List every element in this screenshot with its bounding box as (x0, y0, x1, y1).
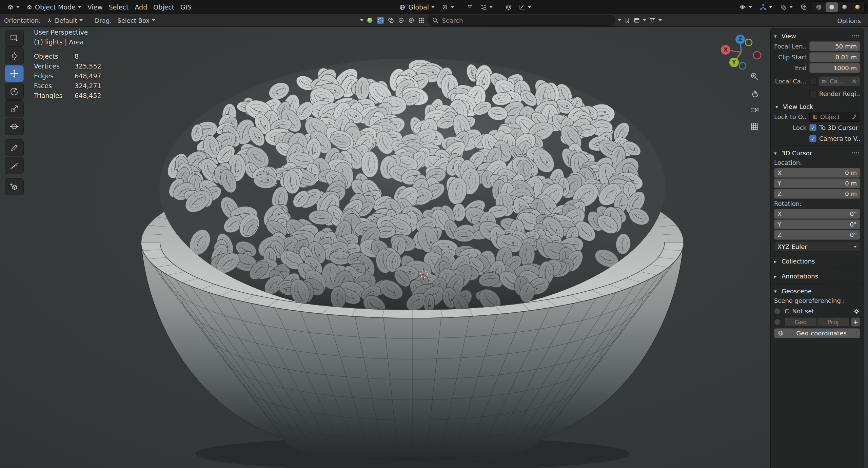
tool-move[interactable] (5, 65, 24, 82)
axis-value: 0° (850, 221, 857, 228)
tool-transform[interactable] (5, 118, 24, 135)
search-icon (432, 17, 439, 24)
menu-object[interactable]: Object (150, 2, 177, 13)
orientation-setting-dropdown[interactable]: Default (43, 15, 86, 26)
panel-drag-grip[interactable] (851, 152, 860, 155)
cursor-rotation-z-field[interactable]: Z 0° (774, 230, 860, 240)
cursor-rotation-y-field[interactable]: Y 0° (774, 219, 860, 229)
lock-to-object-field[interactable]: Object (809, 112, 860, 122)
search-input[interactable] (441, 17, 611, 24)
pan-hand-icon[interactable] (750, 89, 759, 98)
select-mode-extend-icon[interactable] (387, 17, 395, 24)
gear-icon[interactable] (853, 308, 860, 315)
mode-selector[interactable]: Object Mode (23, 2, 84, 13)
focal-length-field[interactable]: 50 mm (809, 41, 860, 51)
clip-end-field[interactable]: 1000 m (809, 63, 860, 73)
shading-wireframe-button[interactable] (813, 2, 825, 12)
proj-button[interactable]: Proj (817, 317, 849, 327)
view-perspective-label: User Perspective (34, 28, 101, 36)
render-region-checkbox[interactable] (809, 90, 816, 97)
shading-material-button[interactable] (839, 2, 851, 12)
expand-chevron-icon[interactable] (360, 19, 363, 21)
proj-radio[interactable] (774, 319, 781, 325)
falloff-sphere-icon[interactable] (366, 17, 374, 24)
section-collections-title: Collections (782, 258, 815, 265)
shading-solid-button[interactable] (826, 2, 838, 12)
tool-measure[interactable] (5, 157, 24, 174)
section-3d-cursor[interactable]: ▾ 3D Cursor (774, 148, 860, 158)
focal-length-label: Focal Len... (774, 43, 807, 50)
cursor-location-z-field[interactable]: Z 0 m (774, 189, 860, 199)
tool-scale[interactable] (5, 100, 24, 117)
select-mode-invert-icon[interactable] (408, 17, 415, 24)
gizmo-axis-x-neg[interactable] (753, 52, 761, 59)
section-view[interactable]: ▾ View (774, 31, 860, 41)
object-types-visibility-dropdown[interactable] (736, 2, 755, 13)
options-button[interactable]: Options (834, 15, 864, 26)
clip-start-field[interactable]: 0.01 m (809, 52, 860, 62)
display-settings-icon[interactable] (633, 17, 640, 24)
proportional-editing-icon (505, 4, 512, 11)
proportional-falloff-dropdown[interactable] (516, 2, 534, 13)
separator (460, 3, 460, 11)
orientation-setting-value: Default (55, 17, 77, 24)
geo-coordinates-button[interactable]: Geo-coordinates (774, 328, 860, 338)
geo-button[interactable]: Geo (785, 317, 817, 327)
lock-to-3d-cursor-checkbox[interactable]: ✓ (809, 124, 816, 131)
cursor-location-y-field[interactable]: Y 0 m (774, 178, 860, 188)
eyedropper-icon[interactable] (851, 114, 857, 120)
search-options-chevron-icon[interactable] (618, 19, 621, 21)
menu-view[interactable]: View (84, 2, 106, 13)
rotation-mode-dropdown[interactable]: XYZ Euler (774, 242, 860, 252)
pivot-point-dropdown[interactable] (438, 2, 457, 13)
shading-rendered-button[interactable] (851, 2, 864, 12)
search-box[interactable] (428, 15, 615, 26)
bookmark-icon[interactable] (624, 17, 631, 24)
ortho-grid-icon[interactable] (750, 122, 759, 131)
drag-setting-dropdown[interactable]: Select Box (114, 15, 158, 26)
gizmo-axis-z-neg[interactable] (739, 62, 746, 69)
local-camera-field[interactable]: Ca... ✕ (818, 76, 860, 86)
snap-toggle[interactable] (463, 2, 476, 13)
section-geoscene[interactable]: ▾ Geoscene (774, 286, 860, 296)
menu-gis[interactable]: GIS (177, 2, 194, 13)
crs-radio[interactable] (774, 308, 781, 314)
tool-cursor[interactable] (5, 47, 24, 64)
cursor-rotation-x-field[interactable]: X 0° (774, 209, 860, 219)
snap-target-dropdown[interactable] (477, 2, 496, 13)
show-gizmos-toggle[interactable] (756, 2, 775, 13)
navigation-gizmo[interactable]: Z X Y (718, 30, 766, 77)
panel-drag-grip[interactable] (851, 35, 860, 38)
tool-rotate[interactable] (5, 83, 24, 100)
filter-icon[interactable] (649, 17, 656, 24)
zoom-icon[interactable] (750, 72, 759, 81)
cursor-location-x-field[interactable]: X 0 m (774, 168, 860, 178)
tool-select-box[interactable] (5, 30, 24, 47)
camera-view-icon[interactable] (750, 105, 759, 114)
tool-annotate[interactable] (5, 139, 24, 156)
menu-select[interactable]: Select (106, 2, 132, 13)
select-mode-subtract-icon[interactable] (397, 17, 405, 24)
section-collections[interactable]: ▸ Collections (774, 256, 860, 267)
tool-add-cube[interactable] (5, 178, 24, 195)
select-mode-new-icon[interactable] (376, 16, 384, 24)
menu-add[interactable]: Add (132, 2, 150, 13)
section-view-lock[interactable]: ▾ View Lock (775, 101, 860, 112)
local-camera-checkbox[interactable] (809, 78, 816, 85)
chevron-down-icon (431, 6, 435, 8)
proportional-editing-toggle[interactable] (502, 2, 515, 13)
show-overlays-toggle[interactable] (777, 2, 796, 13)
xray-toggle[interactable] (797, 2, 810, 13)
mode-label: Object Mode (35, 3, 76, 11)
editor-type-selector[interactable] (3, 2, 23, 13)
gizmo-axis-y-neg[interactable] (745, 39, 752, 46)
stat-label: Faces (34, 82, 75, 90)
select-mode-intersect-icon[interactable] (418, 17, 425, 24)
gizmos-icon (760, 4, 767, 11)
add-crs-button[interactable]: + (851, 317, 860, 327)
camera-to-view-checkbox[interactable]: ✓ (809, 135, 816, 142)
transform-orientation-dropdown[interactable]: Global (396, 2, 438, 13)
clear-icon[interactable]: ✕ (852, 78, 857, 85)
section-annotations[interactable]: ▸ Annotations (774, 271, 860, 281)
gizmo-y-label: Y (732, 59, 736, 65)
